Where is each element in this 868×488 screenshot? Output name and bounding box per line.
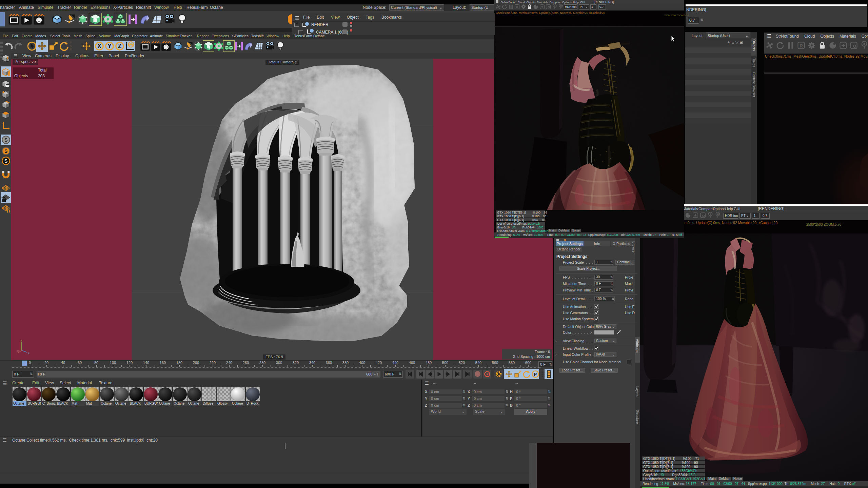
svg-text:X: X (17, 349, 19, 352)
svg-text:S: S (4, 148, 8, 154)
svg-text:M: M (560, 5, 561, 7)
svg-text:F: F (554, 5, 555, 7)
svg-text:M: M (717, 213, 719, 216)
svg-text:(): () (7, 208, 10, 213)
svg-text:F: F (710, 213, 711, 216)
svg-text:R: R (516, 5, 518, 9)
svg-text:Y: Y (107, 43, 112, 49)
svg-text:Z: Z (118, 43, 122, 49)
svg-text:S: S (4, 158, 8, 164)
svg-text:S: S (4, 137, 8, 143)
svg-text:Z: Z (28, 351, 29, 354)
svg-text:X: X (97, 43, 101, 49)
svg-text:Y: Y (20, 339, 22, 342)
svg-text:R: R (800, 43, 803, 48)
svg-text:P: P (534, 372, 537, 377)
svg-text:F: F (863, 42, 865, 46)
